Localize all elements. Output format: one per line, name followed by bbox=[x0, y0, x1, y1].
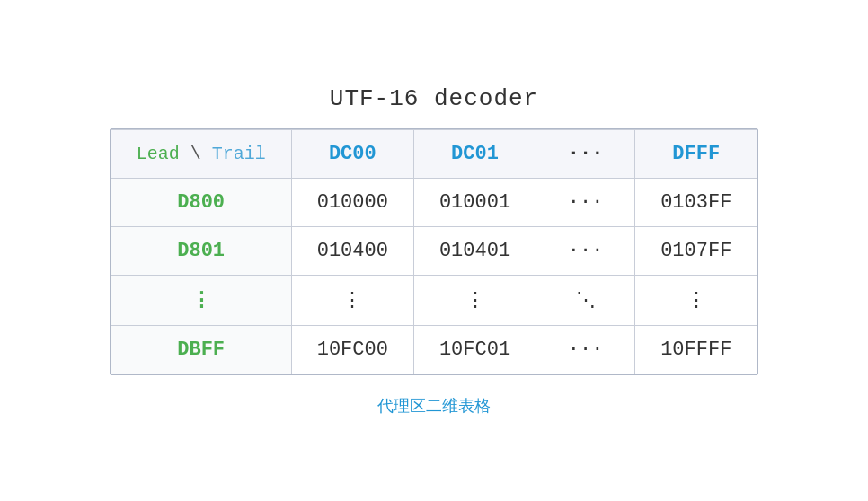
col-header-dc00: DC00 bbox=[291, 129, 413, 178]
cell-2-3: ⋮ bbox=[635, 275, 757, 325]
table-row: ⋮⋮⋮⋱⋮ bbox=[111, 275, 757, 325]
table-row: D801010400010401···0107FF bbox=[111, 226, 757, 275]
cell-1-2: ··· bbox=[536, 226, 635, 275]
cell-2-0: ⋮ bbox=[291, 275, 413, 325]
cell-3-1: 10FC01 bbox=[413, 325, 536, 374]
cell-0-0: 010000 bbox=[291, 178, 413, 226]
col-header-ellipsis: ··· bbox=[536, 129, 635, 178]
cell-0-3: 0103FF bbox=[635, 178, 757, 226]
cell-3-0: 10FC00 bbox=[291, 325, 413, 374]
table-body: D800010000010001···0103FFD80101040001040… bbox=[111, 178, 757, 374]
col-header-dfff: DFFF bbox=[635, 129, 757, 178]
trail-label: Trail bbox=[212, 144, 266, 164]
table-row: D800010000010001···0103FF bbox=[111, 178, 757, 226]
lead-trail-header: Lead \ Trail bbox=[111, 129, 291, 178]
cell-1-0: 010400 bbox=[291, 226, 413, 275]
decoder-table: Lead \ Trail DC00 DC01 ··· DFFF D8000100… bbox=[111, 129, 758, 374]
row-header-2: ⋮ bbox=[111, 275, 291, 325]
cell-0-2: ··· bbox=[536, 178, 635, 226]
page-title: UTF-16 decoder bbox=[330, 85, 538, 112]
row-header-0: D800 bbox=[111, 178, 291, 226]
caption: 代理区二维表格 bbox=[377, 395, 491, 417]
decoder-table-wrapper: Lead \ Trail DC00 DC01 ··· DFFF D8000100… bbox=[110, 128, 759, 375]
cell-2-1: ⋮ bbox=[413, 275, 536, 325]
cell-1-1: 010401 bbox=[413, 226, 536, 275]
row-header-1: D801 bbox=[111, 226, 291, 275]
sep-label: \ bbox=[180, 144, 212, 164]
table-row: DBFF10FC0010FC01···10FFFF bbox=[111, 325, 757, 374]
table-header-row: Lead \ Trail DC00 DC01 ··· DFFF bbox=[111, 129, 757, 178]
row-header-3: DBFF bbox=[111, 325, 291, 374]
cell-2-2: ⋱ bbox=[536, 275, 635, 325]
cell-3-3: 10FFFF bbox=[635, 325, 757, 374]
cell-3-2: ··· bbox=[536, 325, 635, 374]
lead-label: Lead bbox=[137, 144, 180, 164]
cell-0-1: 010001 bbox=[413, 178, 536, 226]
cell-1-3: 0107FF bbox=[635, 226, 757, 275]
col-header-dc01: DC01 bbox=[413, 129, 536, 178]
